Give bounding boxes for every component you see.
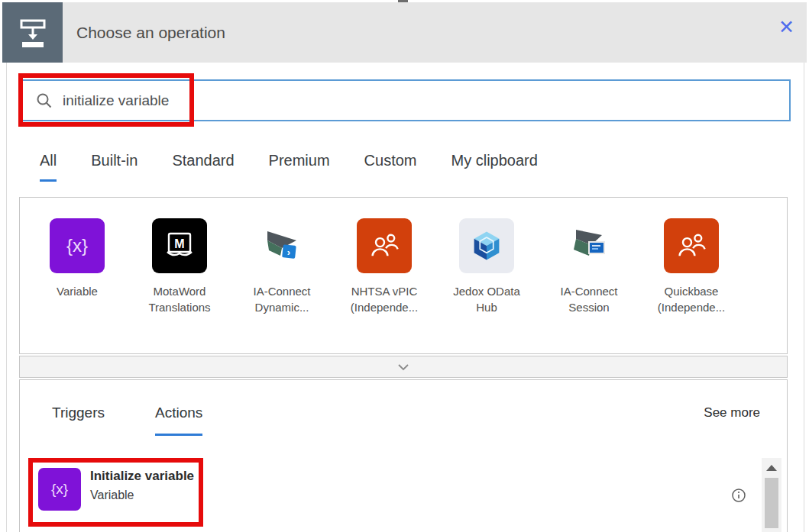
chevron-down-icon (397, 363, 409, 371)
dialog-right-edge (804, 63, 804, 532)
tab-triggers[interactable]: Triggers (52, 405, 105, 436)
svg-text:›: › (287, 247, 290, 258)
connector-label: Jedox OData (453, 283, 520, 299)
trigger-action-tabs: Triggers Actions (52, 405, 202, 436)
connector-label: Translations (148, 299, 210, 315)
connector-label: Quickbase (658, 283, 725, 299)
tab-my-clipboard[interactable]: My clipboard (451, 152, 537, 182)
dialog-left-edge (6, 63, 7, 532)
connector-quickbase[interactable]: Quickbase (Independe... (640, 218, 743, 353)
search-input[interactable] (63, 92, 789, 109)
connector-label: (Independe... (658, 299, 725, 315)
search-box (19, 79, 791, 121)
dialog-title: Choose an operation (76, 2, 225, 63)
people-icon (357, 218, 412, 273)
scroll-up-arrow-icon[interactable] (766, 465, 777, 471)
action-step-icon (2, 2, 63, 63)
results-scrollbar[interactable] (762, 458, 781, 532)
scrollbar-thumb[interactable] (765, 478, 778, 528)
close-icon[interactable]: ✕ (778, 18, 794, 37)
connector-ia-connect-session[interactable]: IA-Connect Session (538, 218, 640, 353)
result-title: Initialize variable (90, 469, 194, 484)
tab-actions[interactable]: Actions (155, 405, 202, 436)
tab-all[interactable]: All (40, 152, 57, 182)
connector-label: (Independe... (351, 299, 418, 315)
search-icon (36, 92, 53, 109)
see-more-link[interactable]: See more (704, 405, 760, 421)
connector-label: IA-Connect (253, 283, 310, 299)
ia-connect-session-icon (561, 218, 616, 273)
tab-premium[interactable]: Premium (269, 152, 330, 182)
connector-label: NHTSA vPIC (351, 283, 418, 299)
variable-icon: {x} (38, 468, 81, 511)
people-icon (664, 218, 719, 273)
expand-connectors-bar[interactable] (19, 356, 788, 378)
connector-label: Dynamic... (253, 299, 310, 315)
tab-custom[interactable]: Custom (364, 152, 417, 182)
connector-ia-connect-dynamic[interactable]: › IA-Connect Dynamic... (231, 218, 333, 353)
connector-label: Session (560, 299, 617, 315)
connector-label: Hub (453, 299, 520, 315)
variable-icon: {x} (50, 218, 105, 273)
connector-variable[interactable]: {x} Variable (26, 218, 128, 353)
jedox-cube-icon (459, 218, 514, 273)
connector-jedox-odata-hub[interactable]: Jedox OData Hub (435, 218, 538, 353)
ia-connect-dynamic-icon: › (254, 218, 309, 273)
motaword-book-icon: M (152, 218, 207, 273)
connector-label: MotaWord (148, 283, 210, 299)
choose-operation-dialog: Choose an operation ✕ All Built-in Stand… (0, 0, 809, 532)
tab-built-in[interactable]: Built-in (91, 152, 138, 182)
category-tabs: All Built-in Standard Premium Custom My … (40, 152, 538, 182)
connector-grid: {x} Variable M MotaWord Translations (19, 197, 788, 354)
connector-label: IA-Connect (560, 283, 617, 299)
connector-motaword-translations[interactable]: M MotaWord Translations (128, 218, 231, 353)
info-icon[interactable] (731, 488, 746, 503)
connector-nhtsa-vpic[interactable]: NHTSA vPIC (Independe... (333, 218, 435, 353)
dialog-header: Choose an operation ✕ (2, 2, 807, 63)
result-initialize-variable[interactable]: {x} Initialize variable Variable (24, 458, 757, 527)
result-subtitle: Variable (90, 488, 134, 502)
tab-standard[interactable]: Standard (172, 152, 234, 182)
svg-text:M: M (174, 237, 184, 250)
connector-label: Variable (57, 283, 98, 299)
